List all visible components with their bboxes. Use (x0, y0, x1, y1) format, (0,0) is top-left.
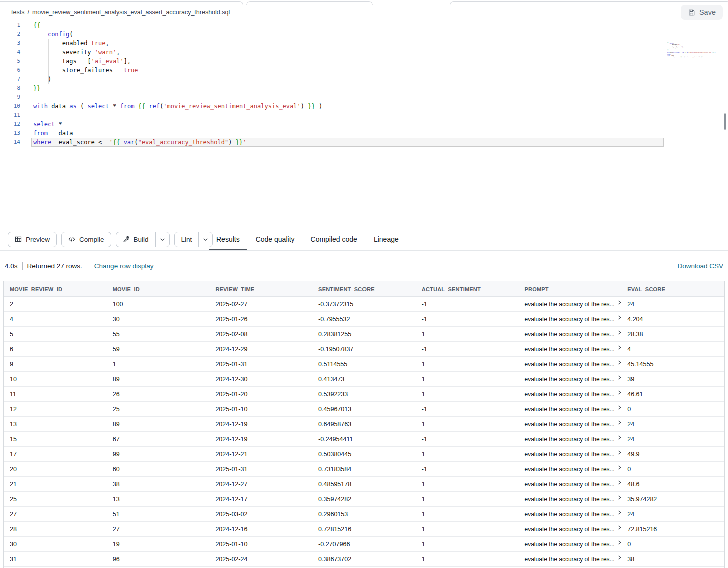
cell-review_time: 2024-12-19 (209, 417, 312, 432)
browser-tab-ghost[interactable] (450, 1, 728, 5)
prompt-text: evaluate the accuracy of the res... (525, 301, 615, 308)
code-editor[interactable]: 1{{2 config(3 enabled=true,4 severity='w… (0, 20, 728, 228)
editor-minimap[interactable]: {{ config( enabled=true, severity='warn'… (667, 42, 723, 57)
chevron-right-icon[interactable] (617, 405, 622, 410)
cell-actual_sentiment: -1 (416, 402, 519, 417)
code-line-14: 14where eval_score <= '{{ var("eval_accu… (0, 138, 663, 147)
prompt-cell-expander[interactable]: evaluate the accuracy of the res... (525, 511, 622, 518)
cell-movie_id: 100 (107, 297, 210, 312)
cell-sentiment_score: 0.28381255 (312, 327, 416, 342)
chevron-right-icon[interactable] (617, 450, 622, 455)
cell-prompt: evaluate the accuracy of the res... (519, 537, 622, 552)
table-row: 31962025-02-240.386737021evaluate the ac… (4, 552, 724, 567)
chevron-right-icon[interactable] (617, 435, 622, 440)
browser-tab-ghost[interactable] (246, 1, 373, 5)
preview-button[interactable]: Preview (8, 232, 57, 247)
cell-movie_id: 30 (107, 312, 210, 327)
build-button[interactable]: Build (116, 232, 170, 247)
prompt-text: evaluate the accuracy of the res... (525, 316, 615, 323)
chevron-right-icon[interactable] (617, 555, 622, 560)
chevron-right-icon[interactable] (617, 480, 622, 485)
chevron-right-icon[interactable] (617, 330, 622, 335)
code-line-3: 3 enabled=true, (0, 39, 663, 48)
download-csv-link[interactable]: Download CSV (677, 262, 723, 270)
compile-button-main[interactable]: Compile (62, 232, 111, 247)
cell-review_time: 2025-01-26 (209, 312, 312, 327)
cell-review_time: 2024-12-19 (209, 432, 312, 447)
cell-sentiment_score: 0.72815216 (312, 522, 416, 537)
chevron-right-icon[interactable] (617, 390, 622, 395)
cell-review_time: 2025-02-27 (209, 297, 312, 312)
cell-eval_score: 0 (621, 402, 724, 417)
prompt-cell-expander[interactable]: evaluate the accuracy of the res... (525, 406, 622, 413)
editor-scrollbar-thumb[interactable] (724, 113, 726, 130)
prompt-cell-expander[interactable]: evaluate the accuracy of the res... (525, 541, 622, 548)
prompt-text: evaluate the accuracy of the res... (525, 361, 615, 368)
change-row-display-link[interactable]: Change row display (94, 262, 154, 270)
build-button-label: Build (134, 236, 149, 243)
prompt-cell-expander[interactable]: evaluate the accuracy of the res... (525, 451, 622, 458)
chevron-right-icon[interactable] (617, 540, 622, 545)
cell-sentiment_score: 0.5114555 (312, 357, 416, 372)
chevron-right-icon[interactable] (617, 315, 622, 320)
lint-button-main[interactable]: Lint (175, 232, 199, 247)
chevron-right-icon[interactable] (617, 510, 622, 515)
cell-review_time: 2024-12-21 (209, 447, 312, 462)
preview-button-main[interactable]: Preview (8, 232, 56, 247)
table-row: 27512025-03-020.29601531evaluate the acc… (4, 507, 724, 522)
build-button-main[interactable]: Build (116, 232, 155, 247)
code-line-8: 8}} (0, 84, 663, 93)
prompt-cell-expander[interactable]: evaluate the accuracy of the res... (525, 466, 622, 473)
prompt-cell-expander[interactable]: evaluate the accuracy of the res... (525, 376, 622, 383)
tab-results[interactable]: Results (209, 228, 247, 250)
cell-prompt: evaluate the accuracy of the res... (519, 552, 622, 567)
chevron-right-icon[interactable] (617, 345, 622, 350)
cell-movie_id: 89 (107, 417, 210, 432)
lint-button[interactable]: Lint (174, 232, 213, 247)
prompt-cell-expander[interactable]: evaluate the accuracy of the res... (525, 391, 622, 398)
tab-code-quality[interactable]: Code quality (248, 228, 302, 250)
prompt-cell-expander[interactable]: evaluate the accuracy of the res... (525, 361, 622, 368)
chevron-right-icon[interactable] (617, 300, 622, 305)
table-row: 25132024-12-170.359742821evaluate the ac… (4, 492, 724, 507)
code-line-13: 13from data (0, 129, 663, 138)
tab-lineage[interactable]: Lineage (366, 228, 406, 250)
chevron-right-icon[interactable] (617, 495, 622, 500)
prompt-cell-expander[interactable]: evaluate the accuracy of the res... (525, 331, 622, 338)
prompt-text: evaluate the accuracy of the res... (525, 451, 615, 458)
cell-eval_score: 45.14555 (621, 357, 724, 372)
tab-compiled-code[interactable]: Compiled code (303, 228, 365, 250)
prompt-cell-expander[interactable]: evaluate the accuracy of the res... (525, 526, 622, 533)
chevron-right-icon[interactable] (617, 360, 622, 365)
table-row: 6592024-12-29-0.19507837-1evaluate the a… (4, 342, 724, 357)
column-header-sentiment_score: SENTIMENT_SCORE (312, 281, 416, 297)
prompt-cell-expander[interactable]: evaluate the accuracy of the res... (525, 556, 622, 563)
prompt-cell-expander[interactable]: evaluate the accuracy of the res... (525, 346, 622, 353)
cell-sentiment_score: 0.64958763 (312, 417, 416, 432)
prompt-cell-expander[interactable]: evaluate the accuracy of the res... (525, 316, 622, 323)
compile-button[interactable]: Compile (61, 232, 111, 247)
chevron-right-icon[interactable] (617, 465, 622, 470)
cell-movie_id: 19 (107, 537, 210, 552)
prompt-cell-expander[interactable]: evaluate the accuracy of the res... (525, 496, 622, 503)
table-row: 912025-01-310.51145551evaluate the accur… (4, 357, 724, 372)
rows-returned-text: Returned 27 rows. (27, 262, 82, 270)
cell-movie_id: 27 (107, 522, 210, 537)
chevron-right-icon[interactable] (617, 420, 622, 425)
breadcrumb-folder[interactable]: tests (11, 9, 24, 16)
prompt-cell-expander[interactable]: evaluate the accuracy of the res... (525, 481, 622, 488)
chevron-right-icon[interactable] (617, 375, 622, 380)
prompt-cell-expander[interactable]: evaluate the accuracy of the res... (525, 301, 622, 308)
code-lines: 1{{2 config(3 enabled=true,4 severity='w… (0, 21, 663, 147)
browser-tab-ghost[interactable] (0, 1, 243, 5)
build-dropdown-toggle[interactable] (155, 232, 169, 247)
cell-eval_score: 72.815216 (621, 522, 724, 537)
table-row: 30192025-01-10-0.27079661evaluate the ac… (4, 537, 724, 552)
prompt-cell-expander[interactable]: evaluate the accuracy of the res... (525, 421, 622, 428)
save-button[interactable]: Save (681, 5, 723, 20)
query-duration: 4.0s (5, 262, 18, 270)
prompt-cell-expander[interactable]: evaluate the accuracy of the res... (525, 436, 622, 443)
prompt-text: evaluate the accuracy of the res... (525, 496, 615, 503)
chevron-right-icon[interactable] (617, 525, 622, 530)
cell-sentiment_score: -0.7955532 (312, 312, 416, 327)
